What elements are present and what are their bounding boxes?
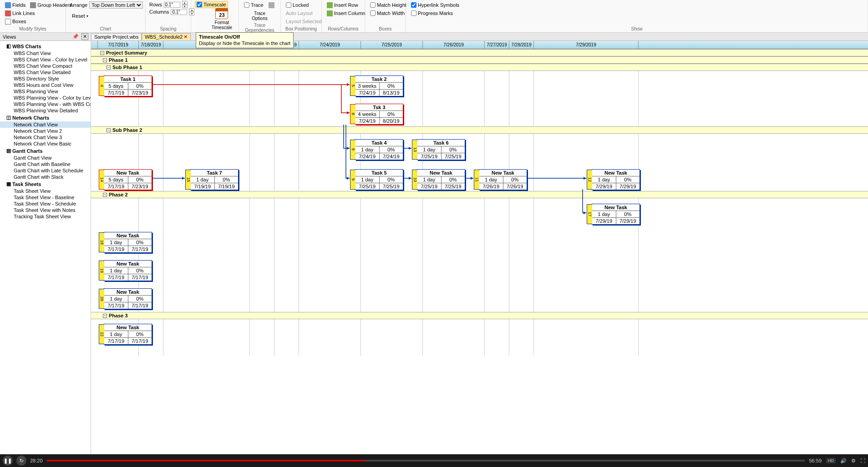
summary-subphase1[interactable]: −Sub Phase 1 bbox=[91, 64, 868, 71]
timescale-cell: 7/24/2019 bbox=[299, 41, 361, 49]
sidebar-item[interactable]: WBS Planning View - with WBS Codes bbox=[0, 101, 91, 107]
boxes-button[interactable]: Boxes bbox=[4, 18, 28, 25]
tab-wbs-schedule2[interactable]: WBS_Schedule2✕ bbox=[142, 33, 191, 40]
insert-column-button[interactable]: Insert Column bbox=[325, 10, 366, 17]
task-box[interactable]: 11New Task1 day0%7/26/197/26/19 bbox=[479, 169, 527, 190]
sidebar-item[interactable]: WBS Chart View - Color by Level bbox=[0, 56, 91, 63]
timescale-tooltip: Timescale On/Off Display or hide the Tim… bbox=[196, 32, 294, 48]
task-name: Task 4 bbox=[355, 140, 403, 146]
sidebar-header-gantt-charts[interactable]: ▤Gantt Charts bbox=[0, 147, 91, 155]
rows-spin-down[interactable]: ▾ bbox=[182, 5, 188, 8]
trace-toggle[interactable]: Trace bbox=[243, 2, 265, 8]
sidebar-item[interactable]: Network Chart View bbox=[0, 121, 91, 128]
task-box[interactable]: 4Task 15 days0%7/17/197/23/19 bbox=[104, 75, 152, 96]
arrange-combo[interactable]: Top Down from Left bbox=[89, 1, 143, 9]
collapse-icon[interactable]: − bbox=[107, 128, 111, 132]
sidebar-item[interactable]: Task Sheet View bbox=[0, 188, 91, 194]
summary-phase2[interactable]: −Phase 2 bbox=[91, 191, 868, 198]
summary-project[interactable]: −Project Summary bbox=[91, 49, 868, 56]
sidebar-header-network-charts[interactable]: ◫Network Charts bbox=[0, 114, 91, 121]
close-panel-icon[interactable]: ✕ bbox=[81, 33, 88, 40]
collapse-icon[interactable]: − bbox=[100, 51, 104, 55]
task-box[interactable]: 12New Task1 day0%7/29/197/29/19 bbox=[592, 169, 640, 190]
collapse-icon[interactable]: − bbox=[107, 65, 111, 70]
sidebar-header-task-sheets[interactable]: ▦Task Sheets bbox=[0, 180, 91, 188]
pin-icon[interactable]: 📌 bbox=[72, 34, 79, 40]
task-start: 7/29/19 bbox=[592, 218, 616, 224]
fields-button[interactable]: Fields bbox=[4, 2, 27, 9]
task-box[interactable]: 5Task 23 weeks0%7/24/198/13/19 bbox=[355, 75, 403, 96]
sidebar-item[interactable]: WBS Planning View bbox=[0, 88, 91, 95]
sidebar-item[interactable]: Gantt Chart View bbox=[0, 155, 91, 161]
task-box[interactable]: 8Task 41 day0%7/24/197/24/19 bbox=[355, 139, 403, 160]
task-box[interactable]: 22New Task1 day0%7/17/197/17/19 bbox=[104, 324, 152, 345]
reset-button[interactable]: Reset ▾ bbox=[71, 13, 90, 19]
match-width-toggle[interactable]: Match Width bbox=[369, 10, 406, 16]
task-box[interactable]: 19New Task1 day0%7/17/197/17/19 bbox=[104, 260, 152, 281]
network-chart[interactable]: 7/17/20197/18/20197/19/20197/22/20197/23… bbox=[91, 41, 868, 454]
task-name: Task 2 bbox=[355, 76, 403, 83]
sidebar-item[interactable]: Tracking Task Sheet View bbox=[0, 213, 91, 220]
task-box[interactable]: 9Task 51 day0%7/25/197/25/19 bbox=[355, 169, 403, 190]
task-name: New Task bbox=[104, 261, 152, 267]
auto-layout-button[interactable]: Auto Layout bbox=[284, 10, 314, 16]
sidebar-item[interactable]: Network Chart View 2 bbox=[0, 128, 91, 134]
collapse-icon[interactable]: − bbox=[103, 193, 107, 197]
rows-spacing-input[interactable] bbox=[164, 2, 180, 8]
match-height-toggle[interactable]: Match Height bbox=[369, 2, 408, 8]
task-start: 7/24/19 bbox=[355, 90, 380, 96]
task-box[interactable]: 14New Task5 days0%7/17/197/23/19 bbox=[104, 169, 152, 190]
sidebar-item[interactable]: WBS Hours and Cost View bbox=[0, 82, 91, 88]
trace-options-button[interactable]: TraceOptions bbox=[243, 10, 277, 22]
rows-spin-up[interactable]: ▴ bbox=[182, 1, 188, 5]
tab-sample-project[interactable]: Sample Project.wbs bbox=[91, 33, 142, 40]
task-box[interactable]: 20New Task1 day0%7/17/197/17/19 bbox=[104, 288, 152, 309]
task-box[interactable]: 13Task 61 day0%7/25/197/25/19 bbox=[417, 139, 465, 160]
insert-row-button[interactable]: Insert Row bbox=[325, 2, 360, 9]
sidebar-item[interactable]: Task Sheet View - Schedule bbox=[0, 201, 91, 207]
hyperlink-symbols-toggle[interactable]: Hyperlink Symbols bbox=[410, 2, 461, 8]
collapse-icon[interactable]: − bbox=[103, 58, 107, 62]
task-id-tab: 11 bbox=[474, 170, 479, 190]
timescale-cell: 7/29/2019 bbox=[534, 41, 639, 49]
summary-subphase2[interactable]: −Sub Phase 2 bbox=[91, 126, 868, 134]
sidebar-item[interactable]: WBS Chart View bbox=[0, 50, 91, 56]
chart-icon: ▤ bbox=[6, 148, 11, 154]
task-box[interactable]: 15Task 71 day0%7/19/197/19/19 bbox=[190, 169, 239, 190]
sidebar-item[interactable]: Task Sheet View - Baseline bbox=[0, 194, 91, 201]
sidebar-item[interactable]: Task Sheet View with Notes bbox=[0, 207, 91, 213]
sidebar-item[interactable]: WBS Planning View - Color by Level bbox=[0, 95, 91, 101]
sidebar-item[interactable]: Gantt Chart with Slack bbox=[0, 174, 91, 180]
task-duration: 1 day bbox=[592, 211, 616, 217]
link-lines-button[interactable]: Link Lines bbox=[4, 10, 36, 17]
sidebar-item[interactable]: WBS Directory Style bbox=[0, 75, 91, 82]
summary-phase1[interactable]: −Phase 1 bbox=[91, 56, 868, 64]
sidebar-item[interactable]: Gantt Chart with Baseline bbox=[0, 161, 91, 167]
close-tab-icon[interactable]: ✕ bbox=[184, 35, 188, 39]
task-start: 7/24/19 bbox=[355, 153, 380, 160]
collapse-icon[interactable]: − bbox=[103, 314, 107, 318]
sidebar-item[interactable]: Network Chart View Basic bbox=[0, 141, 91, 147]
progress-marks-toggle[interactable]: Progress Marks bbox=[410, 10, 454, 16]
task-start: 7/17/19 bbox=[104, 302, 128, 309]
format-timescale-button[interactable]: 23 FormatTimescale bbox=[209, 7, 235, 31]
task-box[interactable]: 6Tsk 34 weeks0%7/24/198/20/19 bbox=[355, 104, 403, 125]
cols-spacing-input[interactable] bbox=[171, 9, 187, 15]
task-box[interactable]: 17New Task1 day0%7/29/197/29/19 bbox=[592, 204, 640, 225]
task-percent: 0% bbox=[380, 146, 403, 153]
task-box[interactable]: 18New Task1 day0%7/17/197/17/19 bbox=[104, 232, 152, 253]
task-percent: 0% bbox=[128, 176, 152, 183]
task-box[interactable]: 10New Task1 day0%7/25/197/25/19 bbox=[417, 169, 465, 190]
summary-phase3[interactable]: −Phase 3 bbox=[91, 312, 868, 319]
layout-selected-button[interactable]: Layout Selected bbox=[284, 18, 323, 25]
sidebar-item[interactable]: Gantt Chart with Late Schedule bbox=[0, 167, 91, 174]
locked-toggle[interactable]: Locked bbox=[284, 2, 310, 8]
sidebar-item[interactable]: Network Chart View 3 bbox=[0, 134, 91, 141]
sidebar-item[interactable]: WBS Planning View Detailed bbox=[0, 107, 91, 114]
sidebar-item[interactable]: WBS Chart View Detailed bbox=[0, 69, 91, 75]
sidebar-item[interactable]: WBS Chart View Compact bbox=[0, 63, 91, 69]
task-finish: 7/23/19 bbox=[128, 90, 152, 96]
cols-spacing-label: Columns bbox=[149, 9, 169, 15]
sidebar-header-wbs-charts[interactable]: ◧WBS Charts bbox=[0, 42, 91, 50]
task-start: 7/25/19 bbox=[355, 183, 380, 190]
